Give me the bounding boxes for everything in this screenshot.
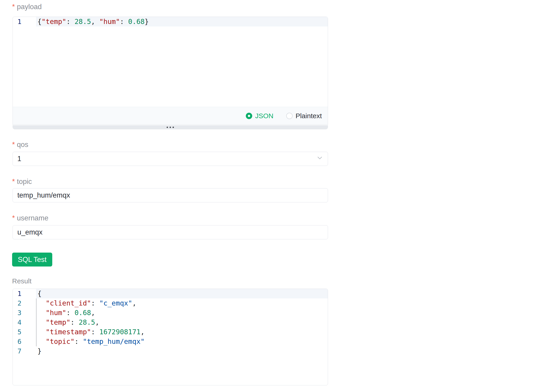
- code-text: "timestamp": 1672908171,: [21, 327, 145, 337]
- drag-handle-dots-icon: [169, 127, 171, 128]
- format-radio-plaintext[interactable]: Plaintext: [286, 112, 322, 120]
- required-asterisk: *: [12, 177, 15, 186]
- qos-selected-value: 1: [17, 155, 21, 163]
- code-text: "topic": "temp_hum/emqx": [21, 337, 145, 346]
- topic-input[interactable]: [13, 188, 328, 202]
- username-label-text: username: [17, 214, 48, 222]
- line-number: 5: [13, 327, 21, 337]
- chevron-down-icon: [316, 154, 323, 163]
- line-number: 1: [13, 17, 21, 27]
- code-line-1: 1{"temp": 28.5, "hum": 0.68}: [13, 17, 328, 27]
- line-number: 1: [13, 289, 21, 299]
- payload-field-label: *payload: [12, 3, 42, 11]
- username-field-label: *username: [12, 214, 48, 222]
- code-text: }: [21, 346, 42, 356]
- line-number: 7: [13, 346, 21, 356]
- drag-handle-dots-icon: [167, 127, 168, 128]
- code-text: "client_id": "c_emqx",: [21, 299, 136, 308]
- radio-selected-icon[interactable]: [246, 113, 252, 119]
- line-number: 3: [13, 308, 21, 318]
- code-line-2: 2 "client_id": "c_emqx",: [13, 299, 328, 308]
- payload-label-text: payload: [17, 3, 42, 11]
- code-text: {: [21, 289, 42, 299]
- qos-label-text: qos: [17, 140, 28, 149]
- code-line-5: 5 "timestamp": 1672908171,: [13, 327, 328, 337]
- payload-code-editor: 1{"temp": 28.5, "hum": 0.68} JSONPlainte…: [13, 17, 328, 125]
- topic-field-label: *topic: [12, 177, 32, 186]
- required-asterisk: *: [12, 3, 15, 11]
- code-text: "temp": 28.5,: [21, 318, 99, 327]
- code-line-6: 6 "topic": "temp_hum/emqx": [13, 337, 328, 346]
- code-line-1: 1{: [13, 289, 328, 299]
- format-radio-label: JSON: [255, 112, 273, 120]
- sql-test-button[interactable]: SQL Test: [12, 252, 52, 266]
- result-editor-text-area[interactable]: 1{2 "client_id": "c_emqx",3 "hum": 0.68,…: [13, 289, 328, 385]
- line-number: 4: [13, 318, 21, 327]
- format-radio-json[interactable]: JSON: [246, 112, 273, 120]
- topic-label-text: topic: [17, 177, 32, 186]
- payload-format-toolbar: JSONPlaintext: [13, 107, 328, 125]
- radio-unselected-icon[interactable]: [286, 113, 293, 119]
- line-number: 6: [13, 337, 21, 346]
- code-text: {"temp": 28.5, "hum": 0.68}: [21, 17, 149, 27]
- sql-test-form-page: *payload 1{"temp": 28.5, "hum": 0.68} JS…: [0, 0, 535, 392]
- drag-handle-dots-icon: [173, 127, 174, 128]
- required-asterisk: *: [12, 214, 15, 222]
- required-asterisk: *: [12, 140, 15, 149]
- result-code-editor: 1{2 "client_id": "c_emqx",3 "hum": 0.68,…: [13, 289, 328, 385]
- radio-inner-dot: [248, 115, 250, 117]
- qos-field-label: *qos: [12, 140, 28, 149]
- code-line-3: 3 "hum": 0.68,: [13, 308, 328, 318]
- code-text: "hum": 0.68,: [21, 308, 95, 318]
- qos-select[interactable]: 1: [13, 152, 328, 166]
- code-line-7: 7}: [13, 346, 328, 356]
- line-number: 2: [13, 299, 21, 308]
- format-radio-label: Plaintext: [296, 112, 322, 120]
- payload-editor-text-area[interactable]: 1{"temp": 28.5, "hum": 0.68}: [13, 17, 328, 107]
- username-input[interactable]: [13, 225, 328, 239]
- code-line-4: 4 "temp": 28.5,: [13, 318, 328, 327]
- editor-resize-handle[interactable]: [13, 125, 328, 129]
- result-section-label: Result: [12, 277, 32, 285]
